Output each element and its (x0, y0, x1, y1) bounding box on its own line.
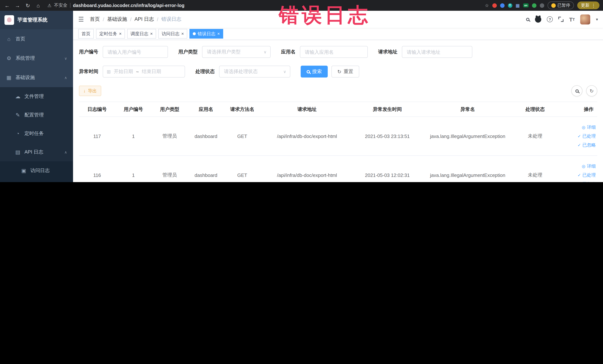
refresh-list-button[interactable]: ↻ (586, 85, 597, 96)
cell-process-status: 未处理 (514, 117, 556, 156)
help-icon[interactable]: ? (547, 16, 553, 22)
sidebar-item-access-log[interactable]: ▣ 访问日志 (0, 161, 73, 180)
extension-icon-red[interactable] (492, 3, 497, 8)
cell-process-status: 未处理 (514, 156, 556, 182)
sidebar-item-home[interactable]: ⌂ 首页 (0, 29, 73, 48)
sidebar-item-error-log[interactable]: ▣ 错误日志 (0, 180, 73, 182)
document-icon: ▤ (15, 149, 21, 155)
user-avatar[interactable] (580, 14, 590, 24)
sidebar-item-scheduled-jobs[interactable]: ◔ 定时任务 (0, 124, 73, 143)
close-icon[interactable]: × (217, 31, 220, 36)
browser-home-button[interactable]: ⌂ (35, 2, 42, 8)
sidebar: 芋道管理系统 ⌂ 首页 ⚙ 系统管理 ∨ ▦ 基础设施 ∧ ☁ 文件管理 (0, 11, 73, 182)
reload-button[interactable]: ↻ (24, 2, 31, 8)
user-id-input[interactable] (103, 46, 168, 58)
detail-link[interactable]: ◎详细 (556, 162, 596, 171)
tab-home[interactable]: 首页 (78, 29, 94, 39)
not-secure-label: 不安全 (54, 2, 68, 9)
font-size-icon[interactable]: TT (569, 16, 575, 23)
sidebar-item-api-logs[interactable]: ▤ API 日志 ∧ (0, 143, 73, 161)
export-button[interactable]: ↓ 导出 (79, 86, 101, 96)
mark-ignored-link[interactable]: ✓已忽略 (556, 179, 596, 182)
extension-icon-grid[interactable]: ▦ (515, 3, 520, 8)
extension-icon-teal[interactable]: Y (508, 3, 512, 8)
mark-processed-link[interactable]: ✓已处理 (556, 132, 596, 141)
reset-button-label: 重置 (344, 68, 353, 75)
col-exception-name: 异常名 (421, 102, 514, 117)
cell-actions: ◎详细 ✓已处理 ✓已忽略 (556, 156, 597, 182)
close-icon[interactable]: × (181, 31, 184, 36)
close-icon[interactable]: × (119, 31, 122, 36)
sidebar-toggle-icon[interactable]: ☰ (78, 15, 84, 23)
update-button[interactable]: 更新 ⋮ (577, 1, 600, 9)
breadcrumb-current: 错误日志 (161, 16, 181, 23)
paused-button[interactable]: 已暂停 (547, 1, 574, 9)
toggle-search-button[interactable] (571, 85, 582, 96)
forward-button[interactable]: → (14, 2, 21, 8)
github-icon[interactable] (535, 16, 541, 23)
chevron-down-icon: ∨ (64, 56, 67, 60)
breadcrumb-api-logs[interactable]: API 日志 (135, 16, 154, 23)
sidebar-item-config-mgmt[interactable]: ✎ 配置管理 (0, 106, 73, 124)
app-title: 芋道管理系统 (17, 17, 47, 23)
mark-processed-link[interactable]: ✓已处理 (556, 171, 596, 179)
cell-actions: ◎详细 ✓已处理 ✓已忽略 (556, 117, 597, 156)
breadcrumb-infrastructure[interactable]: 基础设施 (107, 16, 127, 23)
check-icon: ✓ (578, 141, 581, 149)
cell-app-name: dashboard (188, 156, 224, 182)
cell-user-id: 1 (115, 117, 152, 156)
cell-exception-time: 2021-05-03 12:02:31 (354, 156, 421, 182)
process-status-select[interactable]: 请选择处理状态 ∨ (219, 66, 290, 78)
grid-icon: ▦ (6, 75, 12, 81)
mark-ignored-link[interactable]: ✓已忽略 (556, 141, 596, 150)
breadcrumb-separator: / (157, 16, 159, 22)
extension-icon-blue[interactable] (500, 3, 504, 8)
tab-label: 定时任务 (99, 31, 117, 37)
chevron-down-icon: ∨ (264, 49, 267, 54)
search-icon[interactable] (526, 18, 529, 21)
sidebar-item-file-mgmt[interactable]: ☁ 文件管理 (0, 87, 73, 106)
logo-rabbit-avatar (4, 15, 14, 25)
bookmark-star-icon[interactable]: ☆ (485, 3, 489, 8)
col-user-id: 用户编号 (115, 102, 152, 117)
col-log-id: 日志编号 (79, 102, 115, 117)
browser-menu-icon[interactable]: ⋮ (591, 3, 596, 8)
active-tab-dot (193, 32, 196, 35)
tab-scheduled-jobs[interactable]: 定时任务 × (96, 29, 125, 39)
back-button[interactable]: ← (4, 2, 10, 8)
reset-button[interactable]: ↻ 重置 (331, 66, 359, 78)
extension-icon-dark[interactable] (540, 3, 544, 8)
sidebar-item-infrastructure[interactable]: ▦ 基础设施 ∧ (0, 68, 73, 87)
tab-error-log[interactable]: 错误日志 × (189, 29, 223, 39)
request-url-input[interactable] (402, 46, 472, 58)
calendar-icon: ⊞ (107, 69, 111, 74)
page-content: 用户编号 用户类型 请选择用户类型 ∨ 应用名 (73, 40, 603, 182)
cell-log-id: 117 (79, 117, 115, 156)
detail-link[interactable]: ◎详细 (556, 123, 596, 132)
table-toolbar: ↓ 导出 ↻ (79, 85, 597, 96)
exception-time-range-picker[interactable]: ⊞ 开始日期 ~ 结束日期 (103, 66, 185, 78)
tab-label: 访问日志 (162, 31, 179, 37)
sidebar-item-label: 基础设施 (16, 74, 35, 81)
sidebar-item-system-mgmt[interactable]: ⚙ 系统管理 ∨ (0, 48, 73, 68)
breadcrumb-home[interactable]: 首页 (90, 16, 100, 23)
gear-icon: ⚙ (6, 55, 12, 61)
tab-label: 首页 (81, 31, 91, 37)
check-icon: ✓ (578, 171, 581, 179)
close-icon[interactable]: × (150, 31, 153, 36)
screen: ← → ↻ ⌂ ⚠ 不安全 dashboard.yudao.iocoder.cn… (0, 0, 603, 182)
app-logo[interactable]: 芋道管理系统 (0, 11, 73, 29)
address-bar[interactable]: ⚠ 不安全 dashboard.yudao.iocoder.cn/infra/l… (45, 2, 481, 9)
search-button[interactable]: 搜索 (301, 66, 328, 78)
app-name-input[interactable] (300, 46, 368, 58)
top-header: ☰ 首页 / 基础设施 / API 日志 / 错误日志 ? TT (73, 11, 603, 28)
fullscreen-icon[interactable] (558, 17, 564, 22)
chevron-down-icon[interactable]: ▾ (596, 17, 598, 22)
chevron-down-icon: ∨ (283, 69, 286, 74)
tab-dispatch-log[interactable]: 调度日志 × (127, 29, 156, 39)
extension-icon-on-badge[interactable]: on (523, 3, 529, 7)
user-type-select[interactable]: 请选择用户类型 ∨ (202, 46, 271, 58)
check-icon: ✓ (578, 132, 581, 140)
tab-access-log[interactable]: 访问日志 × (158, 29, 187, 39)
extension-icon-green[interactable] (532, 3, 536, 8)
